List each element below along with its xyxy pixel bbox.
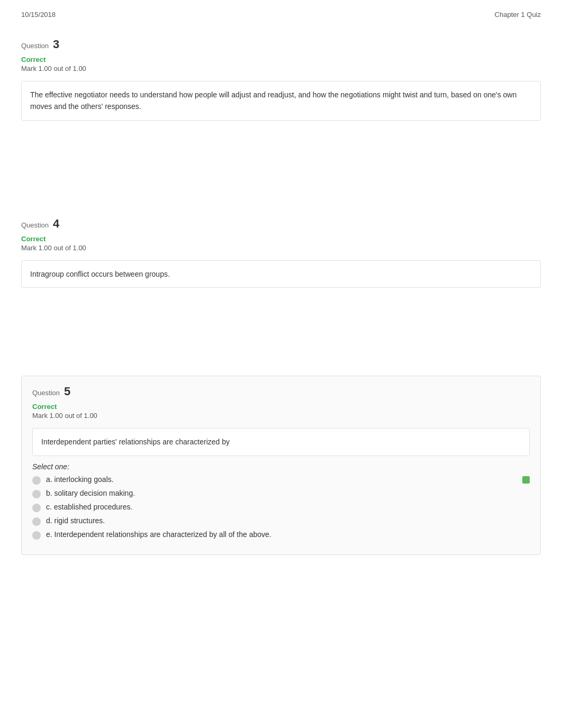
question-3-block: Question 3 Correct Mark 1.00 out of 1.00… xyxy=(21,29,541,129)
question-4-status: Correct xyxy=(21,235,541,243)
spacer-after-q3 xyxy=(0,140,562,203)
question-5-label: Question xyxy=(32,389,60,397)
spacer-after-q4 xyxy=(0,307,562,370)
radio-d xyxy=(32,517,41,526)
question-3-label: Question xyxy=(21,42,49,50)
question-5-status: Correct xyxy=(32,403,530,411)
question-5-number: 5 xyxy=(64,385,70,398)
option-b-text: b. solitary decision making. xyxy=(46,489,530,497)
question-4-text: Intragroup conflict occurs between group… xyxy=(21,260,541,288)
question-4-label: Question xyxy=(21,221,49,229)
option-d[interactable]: d. rigid structures. xyxy=(32,516,530,526)
option-e-text: e. Interdependent relationships are char… xyxy=(46,530,530,539)
correct-icon-a xyxy=(522,476,530,484)
option-b[interactable]: b. solitary decision making. xyxy=(32,489,530,498)
question-5-mark: Mark 1.00 out of 1.00 xyxy=(32,412,530,420)
question-3-number: 3 xyxy=(53,38,59,51)
radio-e xyxy=(32,531,41,540)
radio-a xyxy=(32,476,41,485)
option-a[interactable]: a. interlocking goals. xyxy=(32,475,530,485)
header-title: Chapter 1 Quiz xyxy=(495,11,541,19)
option-d-text: d. rigid structures. xyxy=(46,516,530,525)
option-c-text: c. established procedures. xyxy=(46,503,530,511)
option-c[interactable]: c. established procedures. xyxy=(32,503,530,512)
radio-b xyxy=(32,490,41,498)
question-3-text: The effective negotiator needs to unders… xyxy=(21,81,541,121)
question-5-block: Question 5 Correct Mark 1.00 out of 1.00… xyxy=(21,376,541,554)
question-4-number: 4 xyxy=(53,217,59,230)
option-e[interactable]: e. Interdependent relationships are char… xyxy=(32,530,530,540)
question-5-meta: Question 5 xyxy=(32,385,530,398)
question-3-meta: Question 3 xyxy=(21,38,541,51)
question-4-meta: Question 4 xyxy=(21,217,541,231)
page-header: 10/15/2018 Chapter 1 Quiz xyxy=(0,0,562,24)
header-date: 10/15/2018 xyxy=(21,11,56,19)
question-4-mark: Mark 1.00 out of 1.00 xyxy=(21,244,541,252)
select-one-label: Select one: xyxy=(32,462,530,471)
question-3-status: Correct xyxy=(21,56,541,63)
question-3-mark: Mark 1.00 out of 1.00 xyxy=(21,65,541,72)
option-a-text: a. interlocking goals. xyxy=(46,475,518,484)
question-4-block: Question 4 Correct Mark 1.00 out of 1.00… xyxy=(21,208,541,296)
radio-c xyxy=(32,504,41,512)
question-5-text: Interdependent parties' relationships ar… xyxy=(32,428,530,456)
